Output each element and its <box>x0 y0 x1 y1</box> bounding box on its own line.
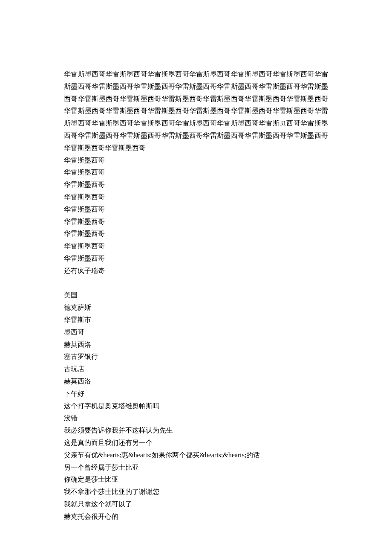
text-line: 华雷斯市 <box>64 314 328 326</box>
text-line: 还有疯子瑞奇 <box>64 265 328 277</box>
text-line: 德克萨斯 <box>64 302 328 314</box>
intro-paragraph: 华雷斯墨西哥华雷斯墨西哥华雷斯墨西哥华雷斯墨西哥华雷斯墨西哥华雷斯墨西哥华雷斯墨… <box>64 68 328 154</box>
document-page: 华雷斯墨西哥华雷斯墨西哥华雷斯墨西哥华雷斯墨西哥华雷斯墨西哥华雷斯墨西哥华雷斯墨… <box>0 0 392 555</box>
text-line: 墨西哥 <box>64 326 328 339</box>
text-line: 华雷斯墨西哥 <box>64 154 328 167</box>
text-line: 华雷斯墨西哥 <box>64 191 328 203</box>
block-1: 华雷斯墨西哥华雷斯墨西哥华雷斯墨西哥华雷斯墨西哥华雷斯墨西哥华雷斯墨西哥华雷斯墨… <box>64 154 328 277</box>
text-line: 你确定是莎士比亚 <box>64 474 328 486</box>
text-line: 华雷斯墨西哥 <box>64 253 328 265</box>
text-line: 这个打字机是奥克塔维奥帕斯吗 <box>64 400 328 413</box>
text-line: 这是真的而且我们还有另一个 <box>64 437 328 449</box>
text-line: 赫克托会很开心的 <box>64 511 328 523</box>
text-line: 古玩店 <box>64 363 328 375</box>
text-line: 美国 <box>64 289 328 302</box>
text-line: 华雷斯墨西哥 <box>64 203 328 216</box>
text-line: 赫莫西洛 <box>64 375 328 388</box>
text-line: 没错 <box>64 412 328 424</box>
text-line: 下午好 <box>64 388 328 400</box>
block-2: 美国德克萨斯华雷斯市墨西哥赫莫西洛塞古罗银行古玩店赫莫西洛下午好这个打字机是奥克… <box>64 289 328 523</box>
text-line: 华雷斯墨西哥 <box>64 179 328 191</box>
blank-separator <box>64 277 328 290</box>
text-line: 华雷斯墨西哥 <box>64 240 328 253</box>
text-line: 华雷斯墨西哥 <box>64 166 328 179</box>
text-line: 赫莫西洛 <box>64 339 328 351</box>
text-line: 我就只拿这个就可以了 <box>64 498 328 511</box>
text-line: 我不拿那个莎士比亚的了谢谢您 <box>64 486 328 498</box>
text-line: 塞古罗银行 <box>64 351 328 363</box>
text-line: 华雷斯墨西哥 <box>64 216 328 228</box>
text-line: 父亲节有优&hearts;惠&hearts;如果你两个都买&hearts;&he… <box>64 449 328 462</box>
text-line: 我必须要告诉你我并不这样认为先生 <box>64 424 328 437</box>
text-line: 另一个曾经属于莎士比亚 <box>64 462 328 474</box>
text-line: 华雷斯墨西哥 <box>64 228 328 240</box>
